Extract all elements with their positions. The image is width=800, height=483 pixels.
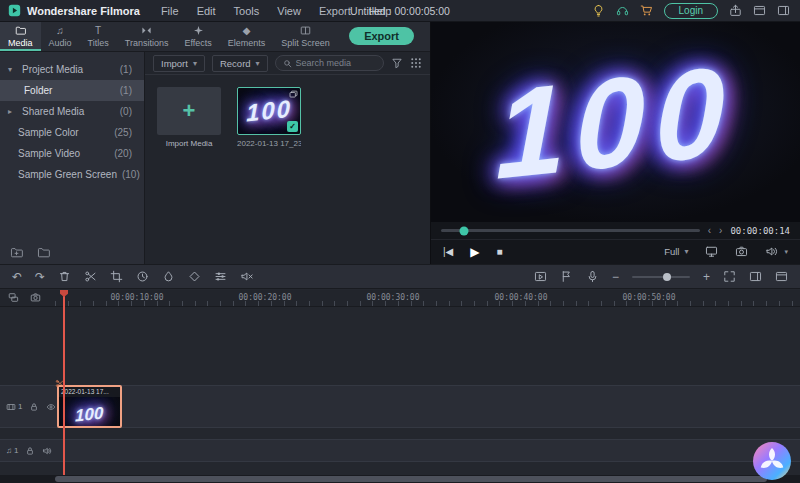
volume-chevron-icon[interactable]: ▾ xyxy=(784,248,788,256)
eye-icon[interactable] xyxy=(46,402,56,412)
marker-icon[interactable] xyxy=(560,270,573,283)
previous-frame-button[interactable]: |◀ xyxy=(443,246,453,257)
clip-thumbnail-art: 100 xyxy=(246,95,292,128)
menu-edit[interactable]: Edit xyxy=(188,5,225,17)
snapshot-icon[interactable] xyxy=(735,245,748,258)
menu-file[interactable]: File xyxy=(152,5,188,17)
audio-track[interactable]: ♫ 1 xyxy=(0,439,800,462)
split-icon[interactable] xyxy=(84,270,97,283)
delete-icon[interactable] xyxy=(58,270,71,283)
filter-icon[interactable] xyxy=(391,57,403,69)
panel-layout-icon[interactable] xyxy=(777,4,790,17)
zoom-in-icon[interactable]: + xyxy=(703,271,710,283)
timeline-panel: 00:00:10:00 00:00:20:00 00:00:30:00 00:0… xyxy=(0,290,800,483)
import-media-dropzone[interactable]: + xyxy=(157,87,221,135)
timeline-clip[interactable]: 100 2022-01-13 17... xyxy=(57,385,122,428)
manage-tracks-icon[interactable] xyxy=(8,292,19,303)
music-note-icon: ♫ xyxy=(6,446,12,455)
tab-effects[interactable]: Effects xyxy=(176,22,219,51)
support-icon[interactable] xyxy=(616,4,629,17)
sidebar-item-folder[interactable]: Folder (1) xyxy=(0,80,144,101)
media-clip-tile[interactable]: 100 ✓ 2022-01-13 17_23_39-... xyxy=(237,87,301,148)
store-icon[interactable] xyxy=(640,4,653,17)
lock-icon[interactable] xyxy=(25,446,35,456)
import-media-tile[interactable]: + Import Media xyxy=(157,87,221,148)
audio-volume-icon[interactable] xyxy=(42,446,52,456)
tab-elements[interactable]: ◆ Elements xyxy=(220,22,274,51)
sidebar-item-project-media[interactable]: ▾ Project Media (1) xyxy=(0,59,144,80)
undo-icon[interactable]: ↶ xyxy=(12,271,22,283)
quality-dropdown[interactable]: Full ▾ xyxy=(664,246,688,257)
timeline-snapshot-icon[interactable] xyxy=(30,292,41,303)
playhead[interactable] xyxy=(63,290,65,475)
playback-controls: |◀ ▶ ■ Full ▾ ▾ xyxy=(431,239,800,263)
tab-label: Effects xyxy=(184,38,211,48)
zoom-slider-knob[interactable] xyxy=(663,273,671,281)
scrollbar-thumb[interactable] xyxy=(55,476,767,482)
search-input[interactable] xyxy=(296,58,376,68)
screen-layout-icon[interactable] xyxy=(753,4,766,17)
speed-icon[interactable] xyxy=(136,270,149,283)
redo-icon[interactable]: ↷ xyxy=(35,271,45,283)
sidebar-label: Shared Media xyxy=(22,106,84,117)
audio-track-icon: ♫ 1 xyxy=(6,446,18,455)
render-preview-icon[interactable] xyxy=(534,270,547,283)
tab-split-screen[interactable]: Split Screen xyxy=(273,22,338,51)
horizontal-scrollbar[interactable] xyxy=(0,475,800,483)
stop-button[interactable]: ■ xyxy=(497,246,503,257)
search-media-box[interactable] xyxy=(275,55,384,71)
crop-icon[interactable] xyxy=(110,270,123,283)
ribbon-tab-bar: Media ♫ Audio T Titles Transitions Effec… xyxy=(0,22,430,52)
fit-timeline-icon[interactable] xyxy=(723,270,736,283)
folder-icon[interactable] xyxy=(37,246,50,259)
tips-icon[interactable] xyxy=(592,4,605,17)
ruler-label: 00:00:40:00 xyxy=(495,293,548,302)
timeline-ruler[interactable]: 00:00:10:00 00:00:20:00 00:00:30:00 00:0… xyxy=(0,290,800,307)
tab-transitions[interactable]: Transitions xyxy=(117,22,177,51)
voiceover-icon[interactable] xyxy=(586,270,599,283)
import-dropdown[interactable]: Import ▾ xyxy=(153,55,205,72)
layout-a-icon[interactable] xyxy=(749,270,762,283)
timeline-zoom-slider[interactable] xyxy=(632,276,690,278)
zoom-out-icon[interactable]: − xyxy=(612,271,619,283)
chevron-down-icon[interactable]: ▾ xyxy=(8,65,17,74)
sidebar-count: (20) xyxy=(114,148,132,159)
record-dropdown-label: Record xyxy=(220,58,251,69)
record-dropdown[interactable]: Record ▾ xyxy=(212,55,268,72)
layout-b-icon[interactable] xyxy=(775,270,788,283)
new-folder-icon[interactable] xyxy=(10,246,23,259)
video-track-icon: 1 xyxy=(6,402,22,412)
app-title: Wondershare Filmora xyxy=(27,5,140,17)
menu-tools[interactable]: Tools xyxy=(225,5,269,17)
mute-track-icon[interactable] xyxy=(240,270,253,283)
sidebar-label: Sample Color xyxy=(18,127,79,138)
chevron-down-icon: ▾ xyxy=(684,247,688,256)
seek-bar[interactable] xyxy=(441,229,700,232)
login-button[interactable]: Login xyxy=(664,3,718,19)
color-icon[interactable] xyxy=(162,270,175,283)
sidebar-item-sample-color[interactable]: Sample Color (25) xyxy=(0,122,144,143)
export-button[interactable]: Export xyxy=(349,27,414,45)
sidebar-item-sample-video[interactable]: Sample Video (20) xyxy=(0,143,144,164)
grid-view-icon[interactable] xyxy=(410,57,422,69)
lock-icon[interactable] xyxy=(29,402,39,412)
prev-edit-point-icon[interactable]: ‹ xyxy=(708,225,711,236)
preview-video: 100 xyxy=(431,22,800,222)
fit-screen-icon[interactable] xyxy=(705,245,718,258)
chevron-right-icon[interactable]: ▸ xyxy=(8,107,17,116)
media-clip-thumbnail[interactable]: 100 ✓ xyxy=(237,87,301,135)
menu-view[interactable]: View xyxy=(268,5,310,17)
keyframe-icon[interactable] xyxy=(188,270,201,283)
sidebar-item-shared-media[interactable]: ▸ Shared Media (0) xyxy=(0,101,144,122)
next-edit-point-icon[interactable]: › xyxy=(719,225,722,236)
adjust-icon[interactable] xyxy=(214,270,227,283)
seek-handle[interactable] xyxy=(460,226,469,235)
publish-icon[interactable] xyxy=(729,4,742,17)
ruler-ticks xyxy=(55,301,800,306)
sidebar-item-sample-green-screen[interactable]: Sample Green Screen (10) xyxy=(0,164,144,185)
tab-titles[interactable]: T Titles xyxy=(80,22,117,51)
play-button[interactable]: ▶ xyxy=(470,245,479,259)
volume-icon[interactable] xyxy=(765,245,778,258)
tab-media[interactable]: Media xyxy=(0,22,41,51)
tab-audio[interactable]: ♫ Audio xyxy=(41,22,80,51)
